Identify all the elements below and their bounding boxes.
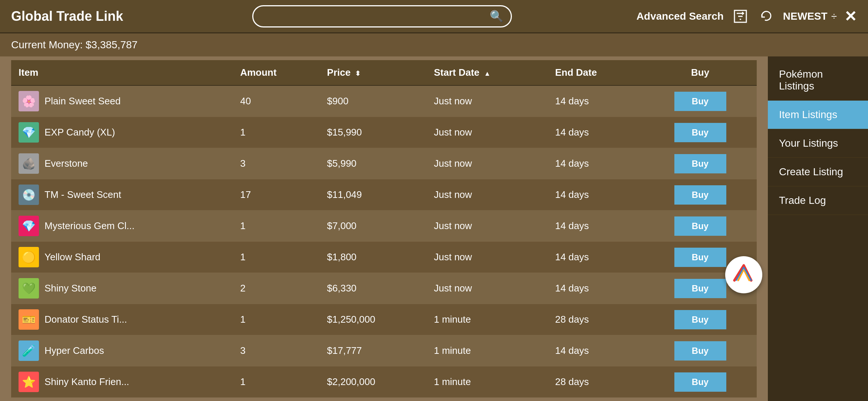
buy-button-9[interactable]: Buy <box>674 372 726 392</box>
close-button[interactable]: ✕ <box>844 8 857 25</box>
cell-end-date-0: 14 days <box>548 85 644 117</box>
cell-end-date-3: 14 days <box>548 179 644 211</box>
logo-badge <box>725 256 762 293</box>
item-icon-6: 💚 <box>19 278 39 299</box>
cell-item-8: 🧪 Hyper Carbos <box>11 335 233 366</box>
item-name-2: Everstone <box>45 158 88 169</box>
cell-start-date-7: 1 minute <box>427 304 548 335</box>
item-name-1: EXP Candy (XL) <box>45 127 115 138</box>
cell-buy-4: Buy <box>644 211 757 242</box>
cell-item-6: 💚 Shiny Stone <box>11 273 233 304</box>
table-row: ⭐ Shiny Kanto Frien... 1 $2,200,000 1 mi… <box>11 366 757 398</box>
refresh-icon <box>760 10 773 23</box>
item-name-7: Donator Status Ti... <box>45 314 127 325</box>
table-header-row: Item Amount Price ⬍ Start Date ▲ End Dat… <box>11 60 757 85</box>
cell-end-date-8: 14 days <box>548 335 644 366</box>
cell-amount-6: 2 <box>233 273 319 304</box>
item-icon-4: 💎 <box>19 216 39 236</box>
cell-amount-9: 1 <box>233 366 319 398</box>
buy-button-6[interactable]: Buy <box>674 279 726 298</box>
sidebar-item-4[interactable]: Trade Log <box>768 186 868 215</box>
buy-button-3[interactable]: Buy <box>674 185 726 205</box>
cell-start-date-3: Just now <box>427 179 548 211</box>
advanced-search-button[interactable]: Advanced Search <box>637 10 724 22</box>
cell-buy-2: Buy <box>644 148 757 179</box>
item-name-4: Mysterious Gem Cl... <box>45 220 135 232</box>
table-row: 💿 TM - Sweet Scent 17 $11,049 Just now 1… <box>11 179 757 211</box>
cell-item-2: 🪨 Everstone <box>11 148 233 179</box>
filter-icon <box>734 10 747 23</box>
cell-amount-8: 3 <box>233 335 319 366</box>
cell-amount-7: 1 <box>233 304 319 335</box>
refresh-button[interactable] <box>757 7 776 26</box>
cell-item-9: ⭐ Shiny Kanto Frien... <box>11 366 233 398</box>
logo-icon <box>731 262 757 288</box>
item-icon-3: 💿 <box>19 185 39 205</box>
sidebar-item-0[interactable]: Pokémon Listings <box>768 60 868 101</box>
cell-amount-0: 40 <box>233 85 319 117</box>
cell-start-date-1: Just now <box>427 117 548 148</box>
cell-item-7: 🎫 Donator Status Ti... <box>11 304 233 335</box>
cell-buy-8: Buy <box>644 335 757 366</box>
buy-button-8[interactable]: Buy <box>674 341 726 361</box>
table-row: 🟡 Yellow Shard 1 $1,800 Just now 14 days… <box>11 242 757 273</box>
buy-button-2[interactable]: Buy <box>674 154 726 173</box>
item-icon-9: ⭐ <box>19 372 39 392</box>
sort-divider: ÷ <box>831 10 837 22</box>
search-input[interactable] <box>261 11 486 22</box>
sidebar: Pokémon ListingsItem ListingsYour Listin… <box>768 56 868 401</box>
buy-button-7[interactable]: Buy <box>674 310 726 329</box>
buy-button-0[interactable]: Buy <box>674 92 726 111</box>
col-item: Item <box>11 60 233 85</box>
startdate-sort-arrow: ▲ <box>484 70 491 77</box>
cell-end-date-6: 14 days <box>548 273 644 304</box>
table-row: 💎 EXP Candy (XL) 1 $15,990 Just now 14 d… <box>11 117 757 148</box>
item-name-5: Yellow Shard <box>45 251 101 263</box>
table-body: 🌸 Plain Sweet Seed 40 $900 Just now 14 d… <box>11 85 757 398</box>
cell-end-date-2: 14 days <box>548 148 644 179</box>
sidebar-item-1[interactable]: Item Listings <box>768 101 868 129</box>
main-content: Item Amount Price ⬍ Start Date ▲ End Dat… <box>0 56 868 401</box>
cell-price-7: $1,250,000 <box>320 304 427 335</box>
sidebar-item-2[interactable]: Your Listings <box>768 129 868 158</box>
sidebar-item-3[interactable]: Create Listing <box>768 158 868 186</box>
cell-buy-0: Buy <box>644 85 757 117</box>
col-start-date[interactable]: Start Date ▲ <box>427 60 548 85</box>
buy-button-1[interactable]: Buy <box>674 123 726 142</box>
item-icon-8: 🧪 <box>19 340 39 361</box>
cell-buy-3: Buy <box>644 179 757 211</box>
cell-price-1: $15,990 <box>320 117 427 148</box>
bottom-area: Showing 1 to 10 of 14,512 listings. << 1… <box>11 398 757 401</box>
cell-price-9: $2,200,000 <box>320 366 427 398</box>
cell-price-6: $6,330 <box>320 273 427 304</box>
cell-buy-9: Buy <box>644 366 757 398</box>
buy-button-4[interactable]: Buy <box>674 216 726 236</box>
cell-buy-7: Buy <box>644 304 757 335</box>
item-name-6: Shiny Stone <box>45 283 96 294</box>
cell-start-date-2: Just now <box>427 148 548 179</box>
current-money: Current Money: $3,385,787 <box>11 39 138 50</box>
col-price[interactable]: Price ⬍ <box>320 60 427 85</box>
search-bar: 🔍 <box>252 5 512 27</box>
item-icon-5: 🟡 <box>19 247 39 267</box>
header-right: Advanced Search NEWEST ÷ ✕ <box>634 7 857 26</box>
item-name-8: Hyper Carbos <box>45 345 104 356</box>
item-icon-0: 🌸 <box>19 91 39 111</box>
cell-item-5: 🟡 Yellow Shard <box>11 242 233 273</box>
col-buy: Buy <box>644 60 757 85</box>
item-name-9: Shiny Kanto Frien... <box>45 376 129 388</box>
cell-price-2: $5,990 <box>320 148 427 179</box>
cell-price-4: $7,000 <box>320 211 427 242</box>
table-row: 🎫 Donator Status Ti... 1 $1,250,000 1 mi… <box>11 304 757 335</box>
buy-button-5[interactable]: Buy <box>674 248 726 267</box>
app-header: Global Trade Link 🔍 Advanced Search <box>0 0 868 33</box>
app-title: Global Trade Link <box>11 9 130 24</box>
search-container: 🔍 <box>137 5 627 27</box>
filter-icon-button[interactable] <box>731 7 750 26</box>
item-name-3: TM - Sweet Scent <box>45 189 121 200</box>
cell-amount-4: 1 <box>233 211 319 242</box>
cell-item-0: 🌸 Plain Sweet Seed <box>11 85 233 117</box>
cell-start-date-0: Just now <box>427 85 548 117</box>
table-row: 💚 Shiny Stone 2 $6,330 Just now 14 days … <box>11 273 757 304</box>
cell-start-date-8: 1 minute <box>427 335 548 366</box>
